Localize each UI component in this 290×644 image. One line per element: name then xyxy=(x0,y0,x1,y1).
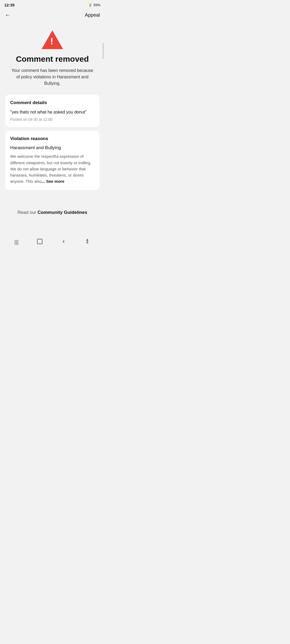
community-guidelines-link[interactable]: Read our Community Guidelines xyxy=(17,210,87,215)
accessibility-button[interactable] xyxy=(84,239,90,246)
bottom-section: Read our Community Guidelines xyxy=(0,194,105,223)
violation-description: We welcome the respectful expression of … xyxy=(10,153,95,184)
comment-details-card: Comment details "yes thats not what he a… xyxy=(5,95,99,127)
status-time: 12:35 xyxy=(4,3,15,7)
back-nav-button[interactable] xyxy=(61,239,66,246)
warning-section: Comment removed Your comment has been re… xyxy=(5,25,99,95)
svg-line-5 xyxy=(87,242,88,243)
home-button[interactable] xyxy=(37,238,43,246)
see-more-button[interactable]: ... See more xyxy=(42,179,64,184)
battery-icon: 🔋 xyxy=(88,3,92,7)
battery-percent: 93% xyxy=(93,3,100,7)
nav-bar: ||| xyxy=(0,234,105,251)
violation-reasons-title: Violation reasons xyxy=(10,136,95,141)
community-guidelines-label[interactable]: Community Guidelines xyxy=(38,210,87,215)
svg-point-1 xyxy=(87,239,88,240)
violation-reasons-card: Violation reasons Harassment and Bullyin… xyxy=(5,131,99,190)
page-subtitle: Your comment has been removed because of… xyxy=(9,67,95,87)
scrollbar[interactable] xyxy=(103,43,104,59)
svg-rect-0 xyxy=(37,239,42,244)
comment-details-title: Comment details xyxy=(10,100,95,105)
comment-text: "yes thats not what he asked you donut" xyxy=(10,109,95,115)
warning-icon xyxy=(42,30,63,49)
appeal-button[interactable]: Appeal xyxy=(85,12,100,18)
violation-type: Harassment and Bullying xyxy=(10,145,95,151)
main-content: Comment removed Your comment has been re… xyxy=(0,22,105,190)
page-title: Comment removed xyxy=(16,54,89,64)
read-our-label: Read our xyxy=(17,210,38,215)
top-bar: ← Appeal xyxy=(0,9,105,22)
status-icons: 🔋 93% xyxy=(88,3,100,7)
back-button[interactable]: ← xyxy=(5,12,11,19)
comment-date: Posted on 04-30 at 12:00 xyxy=(10,117,95,122)
status-bar: 12:35 🔋 93% xyxy=(0,0,105,9)
recent-apps-button[interactable]: ||| xyxy=(15,239,19,245)
